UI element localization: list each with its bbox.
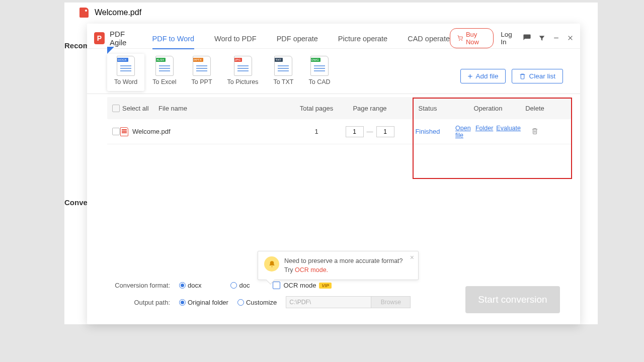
feedback-icon[interactable] xyxy=(523,34,531,43)
format-to-txt[interactable]: TXTTo TXT xyxy=(266,54,300,91)
ocr-tooltip: Need to preserve a more accurate format?… xyxy=(258,251,419,280)
row-file-name: Welcome.pdf xyxy=(132,128,171,135)
svg-point-0 xyxy=(459,40,460,40)
clear-list-button[interactable]: Clear list xyxy=(512,69,563,83)
tooltip-line2-prefix: Try xyxy=(284,266,295,274)
tab-word-to-pdf[interactable]: Word to PDF xyxy=(214,28,257,49)
radio-customize[interactable]: Customize xyxy=(237,299,277,306)
output-path-label: Output path: xyxy=(107,299,170,306)
log-in-link[interactable]: Log In xyxy=(501,31,516,46)
bell-icon xyxy=(264,256,279,272)
minimize-icon[interactable] xyxy=(552,34,559,43)
start-conversion-button: Start conversion xyxy=(465,286,560,313)
ocr-mode-link[interactable]: OCR mode. xyxy=(295,266,328,274)
doc-icon: DWG xyxy=(310,56,329,76)
tab-pdf-operate[interactable]: PDF operate xyxy=(277,28,318,49)
conversion-format-label: Conversion format: xyxy=(107,282,170,289)
row-total-pages: 1 xyxy=(293,128,340,135)
cart-icon xyxy=(457,35,463,42)
annotation-highlight xyxy=(413,98,572,179)
col-page-range: Page range xyxy=(340,105,400,112)
tooltip-close-icon[interactable]: × xyxy=(410,253,414,261)
bg-section-recom: Recom xyxy=(64,41,90,50)
page-range-from[interactable] xyxy=(346,126,364,137)
format-to-cad[interactable]: DWGTo CAD xyxy=(301,54,337,91)
trash-icon xyxy=(519,73,526,79)
pdf-file-icon xyxy=(120,127,128,136)
bg-tab-filename: Welcome.pdf xyxy=(95,8,141,17)
svg-point-1 xyxy=(462,40,462,40)
add-file-button[interactable]: + Add file xyxy=(460,69,506,83)
filter-icon[interactable] xyxy=(538,34,545,43)
buy-now-label: Buy Now xyxy=(466,31,486,46)
col-total-pages: Total pages xyxy=(293,105,340,112)
format-to-ppt[interactable]: PPTXTo PPT xyxy=(185,54,219,91)
vip-badge: VIP xyxy=(319,283,332,289)
clear-list-label: Clear list xyxy=(529,72,555,80)
doc-icon: TXT xyxy=(274,56,292,76)
page-range-to[interactable] xyxy=(376,126,394,137)
radio-original-folder[interactable]: Original folder xyxy=(179,299,228,306)
doc-icon: XLSX xyxy=(155,56,174,76)
plus-icon: + xyxy=(468,73,473,79)
tab-pdf-to-word[interactable]: PDF to Word xyxy=(152,28,195,49)
col-file-name: File name xyxy=(158,105,293,112)
app-logo: P xyxy=(94,32,105,44)
doc-icon: PPTX xyxy=(193,56,211,76)
browse-button: Browse xyxy=(371,296,411,308)
close-icon[interactable] xyxy=(567,34,574,43)
output-path-input xyxy=(286,296,371,308)
app-name: PDF Agile xyxy=(110,30,139,47)
range-dash: — xyxy=(367,128,373,135)
format-to-pictures[interactable]: JPGTo Pictures xyxy=(220,54,266,91)
doc-icon: DOCX xyxy=(117,56,135,76)
row-checkbox[interactable] xyxy=(112,128,120,135)
bg-section-convert: Conver xyxy=(64,198,91,207)
radio-doc[interactable]: doc xyxy=(230,282,250,289)
format-to-excel[interactable]: XLSXTo Excel xyxy=(145,54,183,91)
tab-cad-operate[interactable]: CAD operate xyxy=(408,28,450,49)
tooltip-line1: Need to preserve a more accurate format? xyxy=(284,256,403,265)
footer: Conversion format: docx doc OCR mode VIP… xyxy=(87,277,580,324)
add-file-label: Add file xyxy=(475,72,498,80)
ocr-mode-checkbox[interactable]: OCR mode VIP xyxy=(273,282,332,289)
tab-picture-operate[interactable]: Picture operate xyxy=(338,28,387,49)
select-all-checkbox[interactable] xyxy=(112,105,120,112)
main-tabs: PDF to WordWord to PDFPDF operatePicture… xyxy=(152,28,450,49)
radio-docx[interactable]: docx xyxy=(179,282,201,289)
titlebar: P PDF Agile PDF to WordWord to PDFPDF op… xyxy=(87,24,580,49)
buy-now-button[interactable]: Buy Now xyxy=(450,28,494,48)
format-toolbar: DOCXTo WordXLSXTo ExcelPPTXTo PPTJPGTo P… xyxy=(87,49,580,94)
pdf-icon xyxy=(79,8,89,18)
format-to-word[interactable]: DOCXTo Word xyxy=(107,54,144,91)
col-select-all[interactable]: Select all xyxy=(120,105,158,112)
doc-icon: JPG xyxy=(234,56,252,76)
